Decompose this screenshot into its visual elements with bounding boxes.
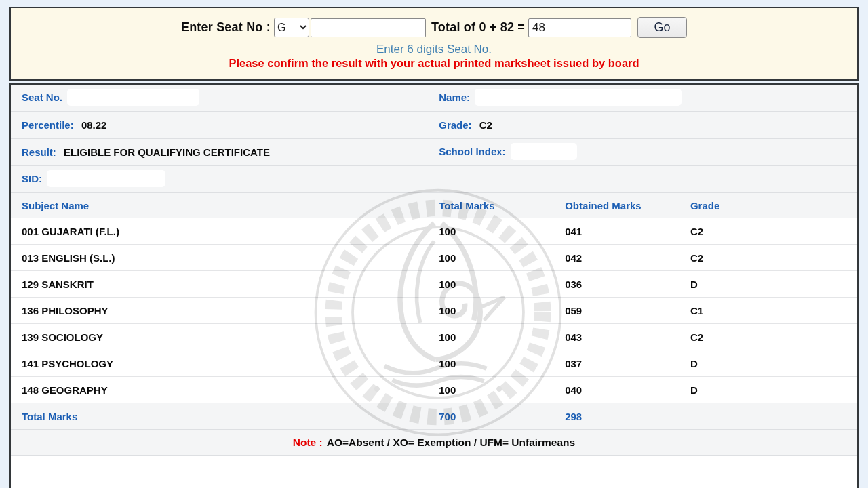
info-row-sid: SID: (11, 166, 857, 193)
marksheet-warning-text: Please confirm the result with your actu… (11, 57, 857, 70)
sid-field: SID: (11, 172, 428, 187)
grade: C2 (679, 331, 857, 343)
grade: C2 (679, 226, 857, 237)
obtained-marks: 042 (554, 252, 679, 264)
grade-label: Grade: (439, 119, 471, 131)
grade-value: C2 (479, 119, 492, 131)
grade: C1 (679, 305, 857, 317)
header-total-marks: Total Marks (428, 200, 554, 211)
total-marks: 100 (428, 331, 554, 343)
grade: D (679, 358, 857, 369)
total-marks: 100 (428, 252, 554, 264)
total-marks: 100 (428, 384, 554, 396)
total-marks-row: Total Marks 700 298 (11, 403, 857, 430)
total-row-obtained: 298 (554, 411, 679, 422)
table-row: 013 ENGLISH (S.L.) 100 042 C2 (11, 245, 857, 271)
obtained-marks: 036 (554, 279, 679, 290)
percentile-value: 08.22 (81, 119, 107, 131)
note-prefix: Note : (293, 436, 323, 449)
seat-series-select[interactable]: G (274, 18, 309, 37)
school-index-label: School Index: (439, 145, 505, 157)
table-row: 141 PSYCHOLOGY 100 037 D (11, 350, 857, 377)
total-marks: 100 (428, 358, 554, 369)
result-panel: Seat No. Name: Percentile: 08.22 Grade: … (9, 83, 859, 488)
subject-table-header: Subject Name Total Marks Obtained Marks … (11, 193, 857, 218)
percentile-label: Percentile: (22, 119, 74, 131)
table-row: 129 SANSKRIT 100 036 D (11, 271, 857, 298)
grade: D (679, 384, 857, 396)
header-grade: Grade (679, 200, 857, 211)
obtained-marks: 040 (554, 384, 679, 396)
total-marks: 100 (428, 305, 554, 317)
info-row-result-school: Result: ELIGIBLE FOR QUALIFYING CERTIFIC… (11, 139, 857, 166)
grade-field: Grade: C2 (428, 119, 857, 131)
grade: D (679, 279, 857, 290)
table-row: 139 SOCIOLOGY 100 043 C2 (11, 324, 857, 350)
info-row-percentile-grade: Percentile: 08.22 Grade: C2 (11, 112, 857, 139)
table-row: 148 GEOGRAPHY 100 040 D (11, 377, 857, 403)
go-button[interactable]: Go (637, 17, 687, 38)
seat-search-form: Enter Seat No : G Total of 0 + 82 = Go (11, 17, 857, 38)
subject-name: 141 PSYCHOLOGY (11, 358, 428, 369)
obtained-marks: 043 (554, 331, 679, 343)
search-panel: Enter Seat No : G Total of 0 + 82 = Go E… (9, 7, 859, 81)
info-row-seat-name: Seat No. Name: (11, 85, 857, 112)
sid-label: SID: (22, 172, 42, 184)
total-marks: 100 (428, 279, 554, 290)
result-label: Result: (22, 146, 56, 158)
seat-number-input[interactable] (311, 18, 426, 37)
seat-no-field: Seat No. (11, 91, 428, 106)
name-field: Name: (428, 91, 857, 106)
note-row: Note : AO=Absent / XO= Exemption / UFM= … (11, 430, 857, 456)
redaction-patch (67, 89, 199, 106)
captcha-label: Total of 0 + 82 = (431, 20, 525, 35)
redaction-patch (475, 89, 682, 106)
name-field-label: Name: (439, 91, 470, 102)
obtained-marks: 041 (554, 226, 679, 237)
subject-name: 129 SANSKRIT (11, 279, 428, 290)
result-field: Result: ELIGIBLE FOR QUALIFYING CERTIFIC… (11, 146, 428, 158)
subject-name: 013 ENGLISH (S.L.) (11, 252, 428, 264)
subject-name: 136 PHILOSOPHY (11, 305, 428, 317)
total-marks: 100 (428, 226, 554, 237)
note-text: AO=Absent / XO= Exemption / UFM= Unfairm… (327, 436, 575, 449)
grade: C2 (679, 252, 857, 264)
table-row: 136 PHILOSOPHY 100 059 C1 (11, 298, 857, 324)
obtained-marks: 059 (554, 305, 679, 317)
school-index-field: School Index: (428, 145, 857, 160)
seat-no-field-label: Seat No. (22, 91, 62, 102)
result-value: ELIGIBLE FOR QUALIFYING CERTIFICATE (64, 146, 270, 158)
header-subject-name: Subject Name (11, 200, 428, 211)
total-row-label: Total Marks (11, 411, 428, 422)
subject-name: 148 GEOGRAPHY (11, 384, 428, 396)
table-row: 001 GUJARATI (F.L.) 100 041 C2 (11, 218, 857, 245)
captcha-input[interactable] (528, 18, 631, 37)
redaction-patch (47, 170, 165, 187)
seat-hint-text: Enter 6 digits Seat No. (11, 43, 857, 56)
percentile-field: Percentile: 08.22 (11, 119, 428, 131)
total-row-total: 700 (428, 411, 554, 422)
subject-name: 139 SOCIOLOGY (11, 331, 428, 343)
header-obtained-marks: Obtained Marks (554, 200, 679, 211)
subject-name: 001 GUJARATI (F.L.) (11, 226, 428, 237)
redaction-patch (511, 143, 577, 160)
seat-no-label: Enter Seat No : (181, 20, 271, 35)
obtained-marks: 037 (554, 358, 679, 369)
